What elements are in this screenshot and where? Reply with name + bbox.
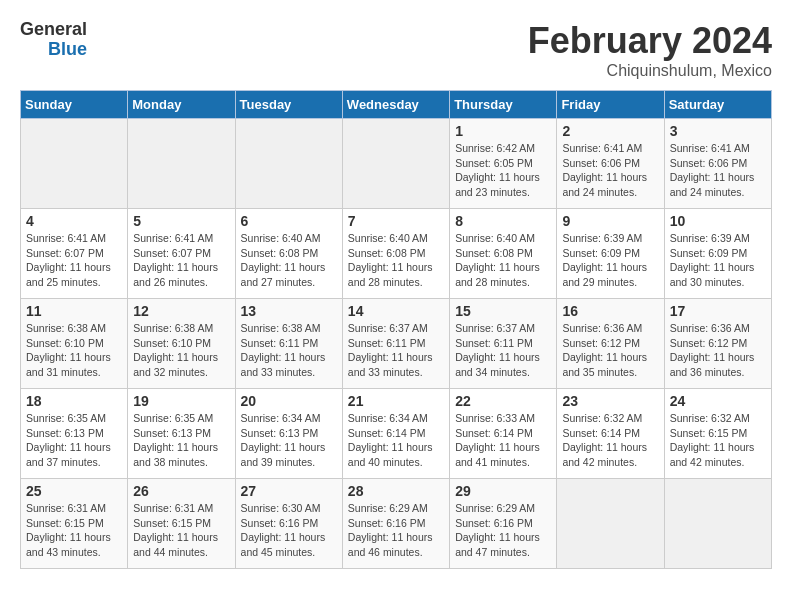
day-info: Sunrise: 6:41 AMSunset: 6:06 PMDaylight:… (562, 141, 658, 200)
day-info: Sunrise: 6:36 AMSunset: 6:12 PMDaylight:… (562, 321, 658, 380)
day-number: 29 (455, 483, 551, 499)
day-number: 2 (562, 123, 658, 139)
week-row-1: 1Sunrise: 6:42 AMSunset: 6:05 PMDaylight… (21, 119, 772, 209)
day-number: 14 (348, 303, 444, 319)
weekday-header-thursday: Thursday (450, 91, 557, 119)
calendar-cell (664, 479, 771, 569)
day-number: 25 (26, 483, 122, 499)
calendar-cell: 5Sunrise: 6:41 AMSunset: 6:07 PMDaylight… (128, 209, 235, 299)
calendar-cell: 25Sunrise: 6:31 AMSunset: 6:15 PMDayligh… (21, 479, 128, 569)
calendar-cell: 22Sunrise: 6:33 AMSunset: 6:14 PMDayligh… (450, 389, 557, 479)
day-info: Sunrise: 6:30 AMSunset: 6:16 PMDaylight:… (241, 501, 337, 560)
day-number: 26 (133, 483, 229, 499)
calendar-cell: 28Sunrise: 6:29 AMSunset: 6:16 PMDayligh… (342, 479, 449, 569)
weekday-header-wednesday: Wednesday (342, 91, 449, 119)
calendar-cell: 24Sunrise: 6:32 AMSunset: 6:15 PMDayligh… (664, 389, 771, 479)
day-number: 7 (348, 213, 444, 229)
weekday-header-sunday: Sunday (21, 91, 128, 119)
day-number: 17 (670, 303, 766, 319)
calendar-cell: 1Sunrise: 6:42 AMSunset: 6:05 PMDaylight… (450, 119, 557, 209)
title-area: February 2024 Chiquinshulum, Mexico (528, 20, 772, 80)
day-number: 6 (241, 213, 337, 229)
calendar-cell: 23Sunrise: 6:32 AMSunset: 6:14 PMDayligh… (557, 389, 664, 479)
day-info: Sunrise: 6:29 AMSunset: 6:16 PMDaylight:… (348, 501, 444, 560)
day-info: Sunrise: 6:39 AMSunset: 6:09 PMDaylight:… (562, 231, 658, 290)
day-number: 1 (455, 123, 551, 139)
calendar-cell (342, 119, 449, 209)
day-number: 24 (670, 393, 766, 409)
calendar-cell (557, 479, 664, 569)
day-info: Sunrise: 6:35 AMSunset: 6:13 PMDaylight:… (26, 411, 122, 470)
day-number: 10 (670, 213, 766, 229)
day-number: 21 (348, 393, 444, 409)
header: General Blue February 2024 Chiquinshulum… (20, 20, 772, 80)
calendar-cell: 17Sunrise: 6:36 AMSunset: 6:12 PMDayligh… (664, 299, 771, 389)
month-title: February 2024 (528, 20, 772, 62)
logo-blue: Blue (48, 40, 87, 60)
calendar-table: SundayMondayTuesdayWednesdayThursdayFrid… (20, 90, 772, 569)
day-number: 9 (562, 213, 658, 229)
day-info: Sunrise: 6:38 AMSunset: 6:10 PMDaylight:… (26, 321, 122, 380)
day-info: Sunrise: 6:41 AMSunset: 6:06 PMDaylight:… (670, 141, 766, 200)
day-number: 3 (670, 123, 766, 139)
day-info: Sunrise: 6:35 AMSunset: 6:13 PMDaylight:… (133, 411, 229, 470)
calendar-cell: 4Sunrise: 6:41 AMSunset: 6:07 PMDaylight… (21, 209, 128, 299)
calendar-cell: 19Sunrise: 6:35 AMSunset: 6:13 PMDayligh… (128, 389, 235, 479)
day-number: 22 (455, 393, 551, 409)
day-info: Sunrise: 6:37 AMSunset: 6:11 PMDaylight:… (455, 321, 551, 380)
calendar-cell: 16Sunrise: 6:36 AMSunset: 6:12 PMDayligh… (557, 299, 664, 389)
day-number: 23 (562, 393, 658, 409)
day-info: Sunrise: 6:32 AMSunset: 6:14 PMDaylight:… (562, 411, 658, 470)
calendar-cell: 7Sunrise: 6:40 AMSunset: 6:08 PMDaylight… (342, 209, 449, 299)
calendar-cell: 15Sunrise: 6:37 AMSunset: 6:11 PMDayligh… (450, 299, 557, 389)
day-info: Sunrise: 6:34 AMSunset: 6:14 PMDaylight:… (348, 411, 444, 470)
calendar-cell: 2Sunrise: 6:41 AMSunset: 6:06 PMDaylight… (557, 119, 664, 209)
weekday-header-monday: Monday (128, 91, 235, 119)
weekday-header-friday: Friday (557, 91, 664, 119)
calendar-cell: 27Sunrise: 6:30 AMSunset: 6:16 PMDayligh… (235, 479, 342, 569)
day-info: Sunrise: 6:41 AMSunset: 6:07 PMDaylight:… (26, 231, 122, 290)
weekday-header-saturday: Saturday (664, 91, 771, 119)
calendar-cell (128, 119, 235, 209)
day-number: 11 (26, 303, 122, 319)
day-number: 12 (133, 303, 229, 319)
weekday-header-row: SundayMondayTuesdayWednesdayThursdayFrid… (21, 91, 772, 119)
calendar-cell (235, 119, 342, 209)
week-row-5: 25Sunrise: 6:31 AMSunset: 6:15 PMDayligh… (21, 479, 772, 569)
day-info: Sunrise: 6:31 AMSunset: 6:15 PMDaylight:… (26, 501, 122, 560)
calendar-cell: 8Sunrise: 6:40 AMSunset: 6:08 PMDaylight… (450, 209, 557, 299)
day-number: 4 (26, 213, 122, 229)
day-number: 28 (348, 483, 444, 499)
day-info: Sunrise: 6:38 AMSunset: 6:11 PMDaylight:… (241, 321, 337, 380)
day-info: Sunrise: 6:40 AMSunset: 6:08 PMDaylight:… (455, 231, 551, 290)
calendar-cell: 12Sunrise: 6:38 AMSunset: 6:10 PMDayligh… (128, 299, 235, 389)
logo-brand: General Blue (20, 20, 91, 60)
day-number: 16 (562, 303, 658, 319)
day-number: 8 (455, 213, 551, 229)
calendar-cell: 9Sunrise: 6:39 AMSunset: 6:09 PMDaylight… (557, 209, 664, 299)
day-number: 20 (241, 393, 337, 409)
calendar-cell: 21Sunrise: 6:34 AMSunset: 6:14 PMDayligh… (342, 389, 449, 479)
calendar-cell: 11Sunrise: 6:38 AMSunset: 6:10 PMDayligh… (21, 299, 128, 389)
calendar-cell: 3Sunrise: 6:41 AMSunset: 6:06 PMDaylight… (664, 119, 771, 209)
week-row-2: 4Sunrise: 6:41 AMSunset: 6:07 PMDaylight… (21, 209, 772, 299)
calendar-cell: 20Sunrise: 6:34 AMSunset: 6:13 PMDayligh… (235, 389, 342, 479)
day-number: 5 (133, 213, 229, 229)
calendar-cell: 26Sunrise: 6:31 AMSunset: 6:15 PMDayligh… (128, 479, 235, 569)
day-number: 15 (455, 303, 551, 319)
calendar-cell: 10Sunrise: 6:39 AMSunset: 6:09 PMDayligh… (664, 209, 771, 299)
calendar-cell: 6Sunrise: 6:40 AMSunset: 6:08 PMDaylight… (235, 209, 342, 299)
week-row-3: 11Sunrise: 6:38 AMSunset: 6:10 PMDayligh… (21, 299, 772, 389)
calendar-cell (21, 119, 128, 209)
day-info: Sunrise: 6:41 AMSunset: 6:07 PMDaylight:… (133, 231, 229, 290)
day-number: 13 (241, 303, 337, 319)
day-info: Sunrise: 6:40 AMSunset: 6:08 PMDaylight:… (241, 231, 337, 290)
weekday-header-tuesday: Tuesday (235, 91, 342, 119)
logo-general: General (20, 20, 87, 40)
calendar-cell: 13Sunrise: 6:38 AMSunset: 6:11 PMDayligh… (235, 299, 342, 389)
week-row-4: 18Sunrise: 6:35 AMSunset: 6:13 PMDayligh… (21, 389, 772, 479)
day-info: Sunrise: 6:33 AMSunset: 6:14 PMDaylight:… (455, 411, 551, 470)
day-info: Sunrise: 6:36 AMSunset: 6:12 PMDaylight:… (670, 321, 766, 380)
day-info: Sunrise: 6:40 AMSunset: 6:08 PMDaylight:… (348, 231, 444, 290)
day-info: Sunrise: 6:42 AMSunset: 6:05 PMDaylight:… (455, 141, 551, 200)
